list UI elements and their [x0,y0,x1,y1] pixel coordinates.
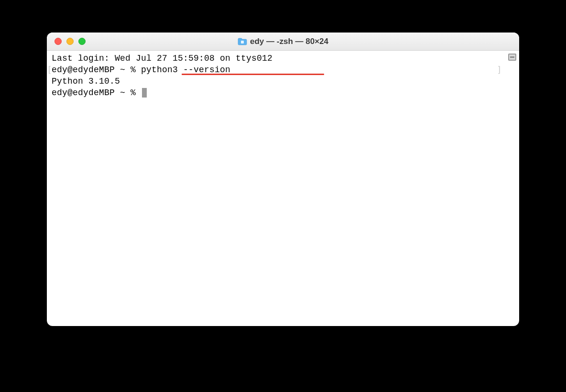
traffic-lights [47,38,86,45]
output-line-1: Python 3.10.5 [52,76,514,87]
minimize-button[interactable] [66,38,74,45]
annotation-underline [182,74,324,75]
maximize-button[interactable] [78,38,86,45]
window-title-container: edy — -zsh — 80×24 [47,37,519,46]
terminal-window: edy — -zsh — 80×24 [ ] Last login: Wed J… [47,33,519,326]
prompt-2: edy@edydeMBP ~ % [52,88,141,98]
terminal-body[interactable]: [ ] Last login: Wed Jul 27 15:59:08 on t… [47,51,519,326]
command-1: python3 --version [141,65,230,75]
svg-rect-0 [241,41,244,44]
close-button[interactable] [54,38,62,45]
window-title: edy — -zsh — 80×24 [250,37,328,46]
command-line-2: edy@edydeMBP ~ % [52,87,514,98]
cursor [142,88,147,98]
folder-icon [238,38,247,45]
title-bar: edy — -zsh — 80×24 [47,33,519,51]
prompt-1: edy@edydeMBP ~ % [52,65,141,75]
last-login-line: Last login: Wed Jul 27 15:59:08 on ttys0… [52,53,514,64]
